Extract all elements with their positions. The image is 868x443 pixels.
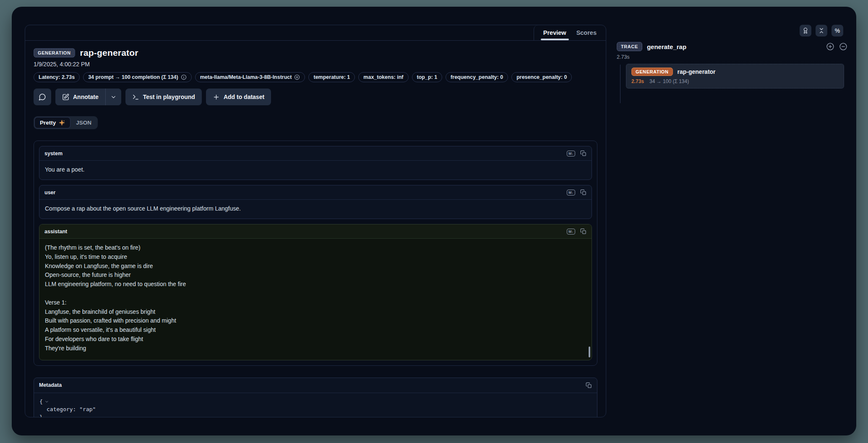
trace-name: generate_rap bbox=[647, 43, 821, 50]
system-message-block: system M↓ You are a poet. bbox=[39, 146, 592, 180]
metadata-title: Metadata bbox=[39, 382, 586, 388]
minus-circle-icon bbox=[839, 42, 847, 51]
model-badge[interactable]: meta-llama/Meta-Llama-3-8B-Instruct bbox=[195, 72, 305, 82]
trace-sidebar: % TRACE generate_rap 2.73s bbox=[617, 25, 848, 89]
markdown-toggle-icon[interactable]: M↓ bbox=[567, 190, 575, 195]
terminal-icon bbox=[132, 94, 139, 101]
trace-type-badge: TRACE bbox=[617, 42, 642, 51]
edit-icon bbox=[62, 94, 69, 101]
title-row: GENERATION rap-generator bbox=[34, 48, 597, 58]
tab-preview[interactable]: Preview bbox=[538, 25, 571, 40]
copy-icon[interactable] bbox=[580, 228, 586, 235]
observation-tree-item[interactable]: GENERATION rap-generator 2.73s 34 → 100 … bbox=[626, 64, 844, 89]
temperature-badge: temperature: 1 bbox=[308, 72, 355, 82]
speech-bubble-icon bbox=[39, 93, 46, 101]
observation-duration: 2.73s bbox=[631, 78, 644, 84]
role-label: user bbox=[44, 190, 567, 195]
info-icon bbox=[181, 74, 187, 80]
system-message-header: system M↓ bbox=[39, 146, 592, 161]
assistant-scrollbar-thumb[interactable] bbox=[589, 347, 590, 357]
role-label: assistant bbox=[44, 229, 567, 235]
sparkles-icon bbox=[59, 120, 65, 126]
metadata-header: Metadata bbox=[34, 378, 597, 393]
assistant-message-header: assistant M↓ bbox=[39, 224, 592, 239]
trace-header-row[interactable]: TRACE generate_rap bbox=[617, 42, 848, 51]
max-tokens-badge: max_tokens: inf bbox=[358, 72, 408, 82]
tab-pretty[interactable]: Pretty bbox=[35, 117, 70, 128]
user-message-header: user M↓ bbox=[39, 185, 592, 200]
user-message-content: Compose a rap about the open source LLM … bbox=[39, 200, 592, 219]
assistant-message-block: assistant M↓ (The rhythm is set, the bea… bbox=[39, 224, 592, 360]
metadata-json: { category: "rap" } bbox=[34, 393, 597, 417]
page-background: Preview Scores GENERATION rap-generator … bbox=[0, 0, 868, 443]
expand-all-button[interactable] bbox=[826, 42, 834, 51]
observation-token-usage: 34 → 100 (Σ 134) bbox=[649, 78, 689, 84]
parameter-badge-row: Latency: 2.73s 34 prompt → 100 completio… bbox=[34, 72, 597, 82]
percent-metrics-button[interactable]: % bbox=[832, 25, 843, 36]
latency-badge: Latency: 2.73s bbox=[34, 72, 80, 82]
user-message-block: user M↓ Compose a rap about the open sou… bbox=[39, 185, 592, 219]
annotate-dropdown-button[interactable] bbox=[105, 89, 121, 105]
observation-panel: Preview Scores GENERATION rap-generator … bbox=[25, 25, 606, 417]
tab-scores[interactable]: Scores bbox=[571, 25, 602, 40]
comments-button[interactable] bbox=[34, 89, 51, 105]
plus-circle-icon bbox=[294, 74, 300, 80]
tab-preview-label: Preview bbox=[543, 29, 566, 36]
preview-scores-tabbar: Preview Scores bbox=[25, 25, 606, 41]
tree-rail bbox=[620, 65, 620, 103]
plus-icon bbox=[213, 94, 220, 101]
tab-json[interactable]: JSON bbox=[71, 117, 96, 128]
chevron-down-icon bbox=[110, 94, 117, 100]
page-title: rap-generator bbox=[80, 48, 138, 58]
system-message-content: You are a poet. bbox=[39, 161, 592, 180]
metadata-card: Metadata { bbox=[34, 378, 597, 417]
award-icon bbox=[802, 27, 809, 34]
frequency-penalty-badge: frequency_penalty: 0 bbox=[446, 72, 508, 82]
role-label: system bbox=[44, 151, 567, 156]
scores-award-button[interactable] bbox=[800, 25, 811, 36]
observation-timestamp: 1/9/2025, 4:00:22 PM bbox=[34, 61, 597, 68]
metadata-entry: category: "rap" bbox=[39, 406, 592, 414]
percent-icon: % bbox=[835, 27, 840, 34]
annotate-button[interactable]: Annotate bbox=[55, 89, 105, 105]
presence-penalty-badge: presence_penalty: 0 bbox=[511, 72, 572, 82]
observation-name: rap-generator bbox=[678, 68, 716, 75]
annotate-split-button: Annotate bbox=[55, 89, 121, 105]
generation-type-badge: GENERATION bbox=[34, 48, 75, 57]
token-usage-badge[interactable]: 34 prompt → 100 completion (Σ 134) bbox=[83, 72, 192, 82]
add-to-dataset-button[interactable]: Add to dataset bbox=[206, 89, 271, 105]
copy-icon[interactable] bbox=[586, 382, 592, 388]
trace-duration: 2.73s bbox=[617, 54, 848, 60]
view-toggle: Pretty JSON bbox=[34, 116, 98, 129]
tab-scores-label: Scores bbox=[576, 29, 597, 36]
plus-circle-icon bbox=[826, 42, 834, 51]
app-window: Preview Scores GENERATION rap-generator … bbox=[12, 7, 856, 435]
collapse-all-button[interactable] bbox=[839, 42, 847, 51]
test-in-playground-button[interactable]: Test in playground bbox=[125, 89, 202, 105]
generation-type-badge: GENERATION bbox=[631, 68, 673, 76]
tabs-box: Preview Scores bbox=[534, 25, 606, 40]
markdown-toggle-icon[interactable]: M↓ bbox=[567, 151, 575, 156]
io-preview-container: system M↓ You are a poet. bbox=[34, 141, 597, 366]
actions-row: Annotate Test in playground bbox=[34, 89, 597, 105]
observation-tree: GENERATION rap-generator 2.73s 34 → 100 … bbox=[617, 64, 848, 89]
copy-icon[interactable] bbox=[580, 189, 586, 195]
top-p-badge: top_p: 1 bbox=[412, 72, 443, 82]
sidebar-toolbar: % bbox=[617, 25, 848, 36]
collapse-vertical-button[interactable] bbox=[816, 25, 827, 36]
copy-icon[interactable] bbox=[580, 150, 586, 156]
markdown-toggle-icon[interactable]: M↓ bbox=[567, 229, 575, 235]
chevrons-collapse-icon bbox=[818, 27, 825, 34]
collapse-chevron-icon[interactable] bbox=[44, 399, 49, 404]
panel-content: GENERATION rap-generator 1/9/2025, 4:00:… bbox=[25, 41, 606, 417]
assistant-message-content: (The rhythm is set, the beat's on fire) … bbox=[39, 239, 592, 360]
